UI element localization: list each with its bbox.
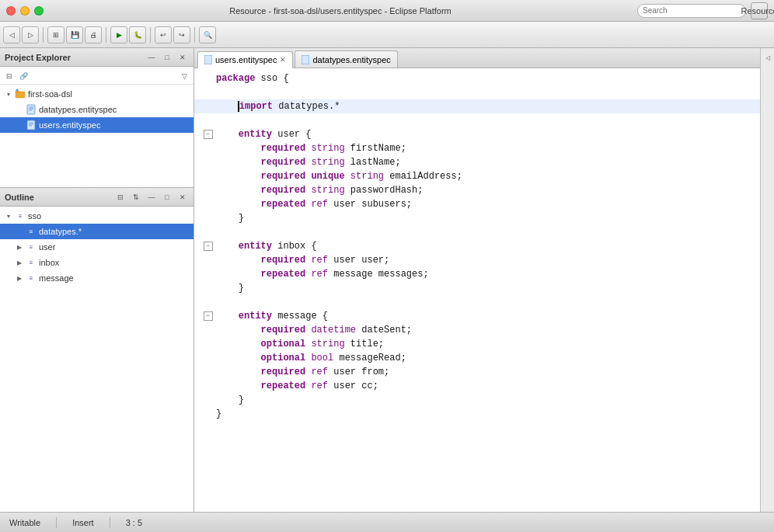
- outline-close-btn[interactable]: ✕: [176, 191, 189, 203]
- outline-message[interactable]: ▶ ≡ message: [0, 270, 194, 286]
- toolbar-forward-btn[interactable]: ▷: [22, 26, 39, 43]
- code-line-pkg-close: }: [194, 407, 760, 421]
- outline-panel: Outline ⊟ ⇅ — □ ✕ ▾ ≡ sso ≡ datatypes.*: [0, 188, 194, 512]
- collapse-user-icon[interactable]: −: [204, 130, 213, 139]
- status-position: 3 : 5: [126, 518, 142, 527]
- collapse-message-icon[interactable]: −: [204, 311, 213, 321]
- search-input[interactable]: [637, 4, 746, 18]
- code-line-password: required string passwordHash;: [194, 183, 760, 197]
- expand-inbox-icon[interactable]: ▶: [14, 257, 25, 268]
- inbox-outline-label: inbox: [39, 258, 59, 267]
- code-line-lastname: required string lastName;: [194, 155, 760, 169]
- inbox-outline-icon: ≡: [25, 256, 37, 269]
- toolbar-print-btn[interactable]: 🖨: [85, 26, 102, 43]
- toolbar-run-btn[interactable]: ▶: [110, 26, 127, 43]
- project-explorer-close-btn[interactable]: ✕: [176, 51, 189, 64]
- tree-item-project[interactable]: ▾ first-soa-dsl: [0, 86, 194, 102]
- datatypes-outline-icon: ≡: [25, 225, 37, 238]
- toolbar: ◁ ▷ ⊞ 💾 🖨 ▶ 🐛 ↩ ↪ 🔍: [0, 22, 774, 48]
- outline-datatypes[interactable]: ≡ datatypes.*: [0, 224, 194, 239]
- code-line-email: required unique string emailAddress;: [194, 169, 760, 183]
- outline-content: ▾ ≡ sso ≡ datatypes.* ▶ ≡ user: [0, 207, 194, 512]
- user-outline-label: user: [39, 242, 55, 252]
- right-sidebar: ◁: [760, 48, 774, 512]
- toolbar-undo-btn[interactable]: ↩: [155, 26, 172, 43]
- code-line-datesent: required datetime dateSent;: [194, 323, 760, 337]
- project-label: first-soa-dsl: [28, 89, 72, 99]
- project-explorer-minimize-btn[interactable]: —: [145, 51, 158, 64]
- title-bar: Resource - first-soa-dsl/users.entityspe…: [0, 0, 774, 22]
- expand-message-icon[interactable]: ▶: [14, 273, 25, 283]
- code-line-package: package sso {: [194, 71, 760, 85]
- project-explorer-panel: Project Explorer — □ ✕ ⊟ 🔗 ▽ ▾: [0, 48, 194, 188]
- outline-sort-btn[interactable]: ⇅: [130, 191, 142, 203]
- toolbar-back-btn[interactable]: ◁: [3, 26, 20, 43]
- project-explorer-title: Project Explorer: [5, 53, 142, 62]
- project-explorer-header: Project Explorer — □ ✕: [0, 48, 194, 67]
- project-folder-icon: [14, 88, 26, 100]
- project-explorer-maximize-btn[interactable]: □: [161, 51, 173, 64]
- right-sidebar-icon[interactable]: ◁: [762, 51, 774, 64]
- tree-item-users[interactable]: users.entityspec: [0, 117, 194, 133]
- pe-menu-btn[interactable]: ▽: [178, 70, 190, 82]
- outline-title: Outline: [5, 193, 111, 202]
- svg-rect-3: [27, 105, 35, 114]
- sso-package-icon: ≡: [14, 210, 26, 222]
- toolbar-separator-1: [43, 27, 44, 43]
- toolbar-new-btn[interactable]: ⊞: [47, 26, 64, 43]
- users-file-icon: [25, 119, 37, 131]
- code-line-inbox-close: }: [194, 281, 760, 295]
- code-line-messageread: optional bool messageRead;: [194, 351, 760, 365]
- expand-user-icon[interactable]: ▶: [14, 242, 25, 252]
- svg-rect-11: [204, 55, 212, 64]
- outline-collapse-btn[interactable]: ⊟: [114, 191, 127, 203]
- editor-content[interactable]: package sso { import datatypes.* −: [194, 68, 760, 512]
- toolbar-debug-btn[interactable]: 🐛: [129, 26, 146, 43]
- code-line-blank3: [194, 225, 760, 239]
- code-line-firstname: required string firstName;: [194, 141, 760, 155]
- tab-users-close-icon[interactable]: ✕: [280, 56, 286, 64]
- outline-maximize-btn[interactable]: □: [161, 191, 173, 203]
- users-label: users.entityspec: [39, 120, 100, 130]
- window-title: Resource - first-soa-dsl/users.entityspe…: [44, 6, 637, 16]
- expand-users-icon: [14, 120, 25, 130]
- status-sep-1: [56, 517, 57, 528]
- minimize-button[interactable]: [20, 6, 30, 16]
- tab-users-entityspec[interactable]: users.entityspec ✕: [197, 51, 293, 68]
- maximize-button[interactable]: [34, 6, 44, 16]
- svg-point-2: [16, 89, 19, 92]
- editor-area: users.entityspec ✕ datatypes.entityspec …: [194, 48, 760, 512]
- code-line-messages: repeated ref message messages;: [194, 267, 760, 281]
- code-line-message-close: }: [194, 393, 760, 407]
- tree-item-datatypes[interactable]: datatypes.entityspec: [0, 102, 194, 117]
- collapse-inbox-icon[interactable]: −: [204, 242, 213, 251]
- title-bar-right: Resource: [637, 2, 768, 19]
- toolbar-search-btn[interactable]: 🔍: [199, 26, 216, 43]
- code-line-title: optional string title;: [194, 337, 760, 351]
- svg-rect-1: [16, 91, 19, 93]
- outline-sso[interactable]: ▾ ≡ sso: [0, 208, 194, 224]
- perspective-button[interactable]: Resource: [751, 2, 768, 19]
- pe-link-btn[interactable]: 🔗: [17, 70, 30, 82]
- traffic-lights: [6, 6, 44, 16]
- code-line-user-close: }: [194, 211, 760, 225]
- tab-datatypes-entityspec[interactable]: datatypes.entityspec: [295, 50, 397, 68]
- code-line-subusers: repeated ref user subusers;: [194, 197, 760, 211]
- code-line-entity-user: − entity user {: [194, 127, 760, 141]
- toolbar-save-btn[interactable]: 💾: [66, 26, 83, 43]
- code-line-inbox-user: required ref user user;: [194, 253, 760, 267]
- expand-datatypes-icon: [14, 104, 25, 115]
- expand-sso-icon[interactable]: ▾: [3, 210, 14, 221]
- main-area: Project Explorer — □ ✕ ⊟ 🔗 ▽ ▾: [0, 48, 774, 512]
- outline-inbox[interactable]: ▶ ≡ inbox: [0, 255, 194, 270]
- outline-user[interactable]: ▶ ≡ user: [0, 239, 194, 255]
- toolbar-separator-3: [150, 27, 151, 43]
- project-explorer-content: ⊟ 🔗 ▽ ▾ first-soa-dsl d: [0, 67, 194, 187]
- user-outline-icon: ≡: [25, 241, 37, 253]
- pe-collapse-btn[interactable]: ⊟: [3, 70, 16, 82]
- outline-minimize-btn[interactable]: —: [145, 191, 158, 203]
- toolbar-redo-btn[interactable]: ↪: [173, 26, 190, 43]
- expand-project-icon[interactable]: ▾: [3, 89, 14, 99]
- sso-label: sso: [28, 211, 41, 221]
- close-button[interactable]: [6, 6, 16, 16]
